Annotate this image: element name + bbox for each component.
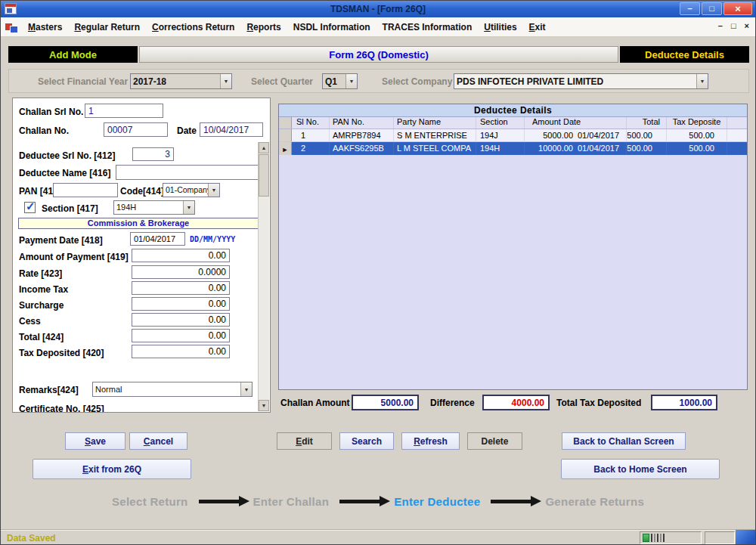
total-input[interactable]: [132, 329, 230, 342]
chevron-down-icon: ▼: [345, 74, 357, 88]
quarter-select[interactable]: Q1 ▼: [322, 73, 358, 89]
grid-title: Deductee Details: [279, 104, 747, 117]
difference-label: Difference: [430, 398, 475, 408]
cell-tax-deposited: 500.00: [667, 129, 727, 141]
cell-filler: [727, 129, 747, 141]
save-button[interactable]: Save: [65, 432, 125, 450]
status-bar: Data Saved: [1, 529, 755, 545]
row-selector-cell: ►: [279, 142, 292, 155]
company-value: PDS INFOTECH PRIVATE LIMITED: [454, 74, 696, 88]
challan-date-input[interactable]: [200, 122, 263, 137]
financial-year-label: Select Financial Year: [38, 76, 128, 87]
cess-label: Cess: [19, 316, 41, 327]
status-bars-icon: [654, 534, 655, 542]
amount-of-payment-input[interactable]: [132, 249, 230, 262]
deductee-name-label: Deductee Name [416]: [19, 168, 110, 178]
chevron-down-icon: ▼: [240, 382, 252, 396]
code-select[interactable]: 01-Company ▼: [163, 183, 220, 197]
back-to-challan-button[interactable]: Back to Challan Screen: [562, 432, 686, 450]
total-label: Total [424]: [19, 332, 64, 342]
mdi-close-icon[interactable]: ×: [745, 21, 749, 30]
challan-no-label: Challan No.: [19, 125, 69, 136]
grid-row-1[interactable]: 1 AMRPB7894 S M ENTERPRISE 194J 5000.00 …: [279, 129, 747, 142]
rate-label: Rate [423]: [19, 268, 62, 279]
menu-reports[interactable]: Reports: [240, 18, 287, 36]
payment-date-input[interactable]: [130, 232, 185, 246]
search-button[interactable]: Search: [339, 432, 394, 450]
scrollbar-thumb[interactable]: [259, 154, 269, 197]
total-tax-deposited-label: Total Tax Deposited: [556, 398, 641, 408]
income-tax-input[interactable]: [132, 281, 230, 295]
section-label: Section [417]: [42, 203, 98, 214]
chevron-down-icon: ▼: [696, 74, 708, 88]
deductee-name-input[interactable]: [116, 165, 259, 180]
date-format-hint: DD/MM/YYYY: [190, 235, 235, 243]
menu-utilities[interactable]: Utilities: [478, 18, 522, 36]
section-select[interactable]: 194H ▼: [113, 200, 195, 215]
menu-regular-return[interactable]: Regular Return: [68, 18, 146, 36]
section-checkbox[interactable]: ✓: [24, 202, 36, 213]
window-controls: – □ ×: [680, 2, 752, 15]
challan-amount-value: 5000.00: [352, 395, 419, 410]
grid-empty-area: [279, 155, 747, 389]
certificate-no-label: Certificate No. [425]: [19, 404, 104, 413]
rate-input[interactable]: [132, 265, 230, 279]
menu-corrections-return[interactable]: Corrections Return: [146, 18, 240, 36]
quarter-label: Select Quarter: [251, 76, 313, 87]
arrow-right-icon: [199, 500, 240, 503]
cell-section: 194H: [476, 142, 525, 155]
financial-year-select[interactable]: 2017-18 ▼: [130, 73, 232, 89]
cancel-button[interactable]: Cancel: [129, 432, 187, 450]
deductee-srl-label: Deductee Srl No. [412]: [19, 150, 115, 161]
challan-amount-label: Challan Amount: [280, 398, 350, 408]
step-enter-deductee: Enter Deductee: [394, 495, 480, 508]
cell-amount-date: 5000.00 01/04/2017: [525, 129, 627, 141]
status-bars-icon: [663, 534, 665, 542]
resize-grip[interactable]: [736, 530, 755, 545]
company-select[interactable]: PDS INFOTECH PRIVATE LIMITED ▼: [454, 73, 708, 89]
close-icon[interactable]: ×: [723, 2, 752, 15]
refresh-button[interactable]: Refresh: [401, 432, 460, 450]
row-pointer-icon: ►: [282, 146, 289, 153]
status-bars-icon: [657, 534, 658, 542]
menu-exit[interactable]: Exit: [523, 18, 552, 36]
code-label: Code[414]: [120, 186, 164, 197]
exit-from-26q-button[interactable]: Exit from 26Q: [33, 459, 191, 479]
delete-button[interactable]: Delete: [467, 432, 522, 450]
menu-traces-information[interactable]: TRACES Information: [376, 18, 479, 36]
challan-srl-input[interactable]: [85, 104, 163, 118]
status-message: Data Saved: [7, 533, 56, 543]
section-value: 194H: [114, 201, 183, 214]
grid-selector-header: [279, 117, 292, 129]
mdi-minimize-icon[interactable]: –: [718, 21, 723, 30]
cess-input[interactable]: [132, 313, 230, 327]
menu-masters[interactable]: Masters: [22, 18, 68, 36]
mdi-restore-icon[interactable]: □: [731, 21, 736, 30]
cell-date: 01/04/2017: [578, 144, 619, 155]
deductee-srl-input[interactable]: [132, 147, 174, 161]
cell-tax-deposited: 500.00: [667, 142, 727, 155]
check-icon: ✓: [26, 200, 36, 213]
company-label: Select Company: [382, 76, 452, 87]
challan-date-label: Date: [177, 125, 197, 136]
tax-deposited-input[interactable]: [132, 345, 230, 358]
pan-input[interactable]: [53, 183, 118, 197]
restore-icon[interactable]: □: [702, 2, 722, 15]
quarter-value: Q1: [323, 74, 345, 88]
scroll-up-icon[interactable]: ▲: [259, 142, 269, 153]
cell-pan: AMRPB7894: [330, 129, 394, 141]
cell-party-name: L M STEEL COMPA: [394, 142, 476, 155]
grid-row-2-selected[interactable]: ► 2 AAKFS6295B L M STEEL COMPA 194H 1000…: [279, 142, 747, 155]
income-tax-label: Income Tax: [19, 284, 68, 295]
edit-button[interactable]: Edit: [277, 432, 332, 450]
challan-no-input[interactable]: [104, 122, 168, 137]
remarks-select[interactable]: Normal ▼: [92, 382, 253, 397]
menu-nsdl-information[interactable]: NSDL Information: [287, 18, 376, 36]
scroll-down-icon[interactable]: ▼: [259, 400, 269, 411]
step-enter-challan: Enter Challan: [253, 495, 330, 508]
financial-year-value: 2017-18: [131, 74, 220, 88]
form-scrollbar[interactable]: ▲ ▼: [258, 142, 269, 411]
surcharge-input[interactable]: [132, 297, 230, 311]
minimize-icon[interactable]: –: [680, 2, 700, 15]
back-to-home-button[interactable]: Back to Home Screen: [561, 459, 720, 479]
